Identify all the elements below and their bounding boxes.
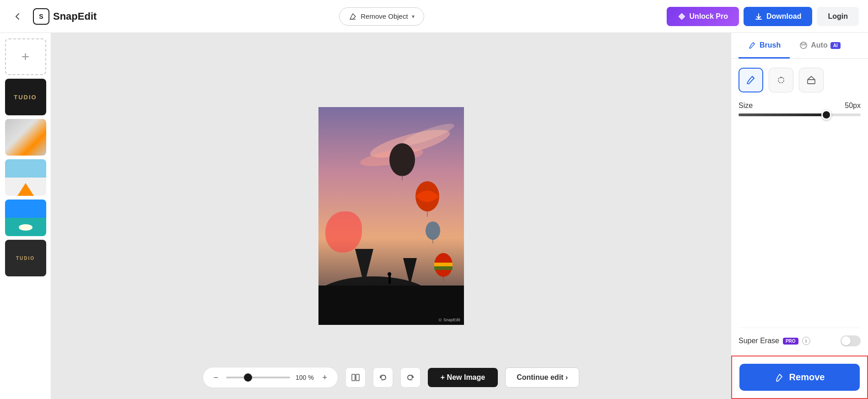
remove-button-wrapper: Remove [731,356,868,399]
eraser-tool-button[interactable] [799,68,824,92]
panel-body: Size 50px Super Erase PRO i [731,59,868,356]
remove-label: Remove [789,372,825,383]
lasso-tool-button[interactable] [769,68,793,92]
super-erase-row: Super Erase PRO i [739,328,861,346]
tool-row [739,68,861,92]
sidebar-item-4[interactable] [5,200,46,236]
svg-marker-0 [679,13,685,20]
auto-tab-icon [799,41,808,50]
size-slider-thumb[interactable] [821,110,831,120]
main-area: + TUDIO TUDIO [0,33,868,399]
svg-point-12 [389,143,415,176]
logo-icon: S [33,8,49,25]
split-view-icon [351,373,360,382]
sidebar-item-1[interactable]: TUDIO [5,79,46,115]
split-view-button[interactable] [345,367,366,388]
tab-auto-label: Auto [811,41,827,49]
remove-icon [775,372,785,383]
svg-rect-19 [434,263,453,266]
thumb-1-text: TUDIO [14,94,37,101]
download-icon [755,12,763,21]
back-button[interactable] [9,8,26,25]
bottom-toolbar: − 100 % + [51,367,731,388]
unlock-pro-button[interactable]: Unlock Pro [667,7,739,26]
remove-button[interactable]: Remove [739,364,860,391]
header-center: Remove Object ▾ [104,7,659,26]
lasso-tool-icon [775,74,787,86]
brush-tool-button[interactable] [739,68,763,92]
super-erase-toggle[interactable] [841,335,861,346]
app-name: SnapEdit [53,11,97,22]
unlock-pro-label: Unlock Pro [690,12,728,21]
download-button[interactable]: Download [744,7,812,26]
zoom-minus-button[interactable]: − [210,372,221,383]
brush-tab-icon [748,41,757,50]
brush-tool-icon [745,74,757,86]
download-label: Download [766,12,801,21]
super-erase-label: Super Erase PRO i [739,337,810,345]
chevron-down-icon: ▾ [412,13,415,20]
main-image [318,107,464,325]
remove-object-label: Remove Object [361,12,408,20]
size-row: Size 50px [739,102,861,110]
svg-rect-7 [318,286,464,325]
sidebar-item-2[interactable] [5,119,46,156]
remove-object-button[interactable]: Remove Object ▾ [339,7,424,26]
info-icon[interactable]: i [802,337,810,345]
svg-rect-23 [356,374,359,381]
header-actions: Unlock Pro Download Login [667,7,859,26]
sidebar: + TUDIO TUDIO [0,33,51,399]
svg-point-24 [800,42,807,49]
right-panel: Brush Auto AI [731,33,868,399]
continue-edit-button[interactable]: Continue edit › [505,367,579,388]
add-image-button[interactable]: + [5,38,46,75]
image-container: ⊙ SnapEdit [318,107,464,325]
svg-point-16 [426,221,440,240]
undo-icon [378,373,388,382]
svg-rect-20 [434,266,453,270]
undo-button[interactable] [373,367,393,388]
toggle-thumb [841,336,851,345]
new-image-label: + New Image [441,373,485,382]
login-label: Login [828,12,848,20]
size-slider[interactable] [739,113,861,116]
svg-rect-22 [352,374,355,381]
zoom-plus-button[interactable]: + [319,372,330,383]
eraser-tool-icon [805,74,817,86]
svg-rect-27 [808,80,815,84]
plus-icon: + [22,49,30,65]
ai-badge: AI [830,42,841,49]
svg-point-11 [388,272,391,276]
new-image-button[interactable]: + New Image [428,368,498,387]
logo: S SnapEdit [33,8,97,25]
pro-badge: PRO [783,338,798,345]
sidebar-item-3[interactable] [5,159,46,196]
tab-auto[interactable]: Auto AI [790,33,849,59]
sidebar-item-5[interactable]: TUDIO [5,240,46,276]
size-label: Size [739,102,753,110]
zoom-slider[interactable] [226,377,290,378]
svg-point-25 [801,43,803,45]
tab-brush[interactable]: Brush [739,33,790,59]
size-section: Size 50px [739,102,861,116]
zoom-value: 100 % [295,374,315,381]
redo-icon [406,373,415,382]
panel-tabs: Brush Auto AI [731,33,868,59]
svg-point-26 [804,43,806,45]
zoom-control: − 100 % + [203,367,338,388]
tab-brush-label: Brush [760,41,781,49]
panel-spacer [739,125,861,318]
size-slider-fill [739,113,826,116]
redo-button[interactable] [400,367,421,388]
login-button[interactable]: Login [817,7,859,26]
size-value: 50px [845,102,861,110]
svg-rect-10 [388,275,391,284]
thumb-5-text: TUDIO [16,256,35,261]
diamond-icon [678,12,686,21]
eraser-icon [349,12,357,21]
zoom-slider-thumb[interactable] [244,373,252,382]
continue-edit-label: Continue edit › [517,373,568,382]
header: S SnapEdit Remove Object ▾ Unlock Pro Do… [0,0,868,33]
canvas-area[interactable]: ⊙ SnapEdit − 100 % + [51,33,731,399]
